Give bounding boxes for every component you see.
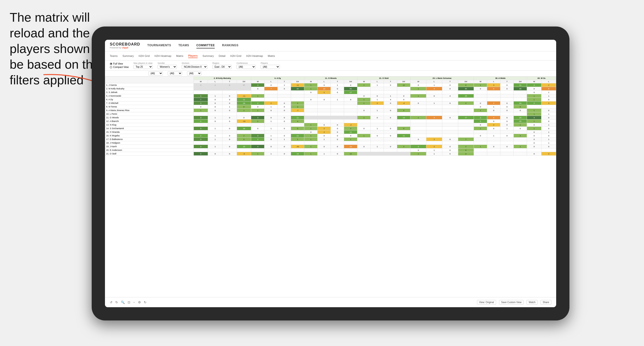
player-name-8: 10. L Perini bbox=[105, 112, 194, 116]
cell-r15-c4-0: 0 bbox=[410, 138, 426, 141]
cell-r13-c5-1 bbox=[487, 130, 500, 134]
cell-r15-c0-0: 3 bbox=[194, 138, 208, 141]
cell-r1-c0-2 bbox=[222, 87, 237, 91]
cell-r10-c2-2 bbox=[331, 120, 344, 123]
cell-r7-c4-0 bbox=[410, 109, 426, 112]
cell-r17-c1-2: 0 bbox=[278, 145, 291, 149]
matrix-area[interactable]: 2. M Kelly Mulcahy 6. A Dy 11. G Woods 2… bbox=[105, 76, 556, 297]
refresh-icon[interactable]: ↻ bbox=[144, 301, 146, 304]
full-view-option[interactable]: Full View bbox=[110, 62, 128, 65]
share-btn[interactable]: Share bbox=[540, 300, 551, 305]
cell-r14-c4-3 bbox=[458, 134, 474, 138]
cell-r16-c0-2 bbox=[222, 141, 237, 145]
cell-r4-c5-2 bbox=[500, 98, 514, 101]
redo-icon[interactable]: ↻ bbox=[115, 301, 118, 304]
players-select[interactable]: (All) bbox=[260, 65, 280, 69]
logo-scoreboard: SCOREBOARD bbox=[110, 42, 140, 46]
sub-nav-summary2[interactable]: Summary bbox=[202, 54, 214, 58]
cell-r7-c3-0: 0 bbox=[357, 109, 370, 112]
cell-r13-c0-2 bbox=[222, 130, 237, 134]
sub-nav-matrix1[interactable]: Matrix bbox=[176, 54, 184, 58]
cell-r6-c4-0 bbox=[410, 105, 426, 109]
compact-view-radio[interactable] bbox=[110, 66, 112, 68]
sub-nav-players[interactable]: Players bbox=[188, 54, 198, 58]
cell-r16-c0-3 bbox=[237, 141, 251, 145]
zoom-icon[interactable]: 🔍 bbox=[121, 301, 125, 304]
cell-r11-c4-3 bbox=[458, 123, 474, 127]
conference-select[interactable]: (All) bbox=[236, 65, 256, 69]
cell-r8-c2-2 bbox=[331, 112, 344, 116]
cell-r2-c1-0 bbox=[251, 91, 264, 94]
cell-r9-c6-1: 0 bbox=[542, 116, 556, 120]
nav-tournaments[interactable]: TOURNAMENTS bbox=[148, 43, 171, 48]
cell-r1-c4-3: 45 bbox=[458, 87, 474, 91]
full-view-radio[interactable] bbox=[110, 63, 112, 65]
save-custom-btn[interactable]: Save Custom View bbox=[499, 300, 524, 305]
cell-r13-c6-0: 0 bbox=[527, 130, 542, 134]
cell-r19-c4-0: 1 bbox=[410, 152, 426, 156]
cell-r9-c0-0: 3 bbox=[194, 116, 208, 120]
cell-r2-c3-0 bbox=[357, 91, 370, 94]
minus-icon[interactable]: − bbox=[133, 301, 135, 304]
col-header-6: 38. A Webb bbox=[474, 77, 527, 80]
all-select-3[interactable]: (All) bbox=[187, 71, 202, 75]
cell-r3-c2-3 bbox=[344, 94, 357, 98]
cell-r9-c4-0: 1 bbox=[410, 116, 426, 120]
cell-r19-c6-0: 0 bbox=[527, 152, 542, 156]
cell-r15-c5-1 bbox=[487, 138, 500, 141]
compact-view-option[interactable]: Compact View bbox=[110, 66, 128, 68]
cell-r1-c2-2: 0 bbox=[331, 87, 344, 91]
player-name-12: 14. S Srichantamit bbox=[105, 127, 194, 130]
cell-r1-c4-1: 4 bbox=[426, 87, 442, 91]
cell-r7-c5-1: 0 bbox=[487, 109, 500, 112]
sub-nav-h2h-heatmap1[interactable]: H2H Heatmap bbox=[154, 54, 171, 58]
cell-r12-c5-0: 1 bbox=[474, 127, 487, 130]
cell-r17-c5-1: 0 bbox=[487, 145, 500, 149]
sub-nav-teams[interactable]: Teams bbox=[110, 54, 118, 58]
cell-r14-c4-2 bbox=[442, 134, 458, 138]
cell-r18-c3-0 bbox=[357, 149, 370, 152]
cell-r4-c0-1: 0 bbox=[208, 98, 222, 101]
sub-nav-summary1[interactable]: Summary bbox=[122, 54, 134, 58]
max-players-select[interactable]: Top 25 Top 10 Top 50 bbox=[134, 65, 153, 69]
settings-icon[interactable]: ⚙ bbox=[138, 301, 141, 304]
all-select-2[interactable]: (All) bbox=[168, 71, 182, 75]
sub-nav-detail[interactable]: Detail bbox=[218, 54, 225, 58]
cell-r7-c3-3: 2 bbox=[397, 109, 410, 112]
cell-r14-c3-0: 1 bbox=[357, 134, 370, 138]
cell-r10-c1-3: 4 bbox=[291, 120, 304, 123]
player-name-18: 20. E Andersson bbox=[105, 149, 194, 152]
cell-r19-c4-3: 9 bbox=[458, 152, 474, 156]
watch-btn[interactable]: Watch bbox=[526, 300, 538, 305]
cell-r9-c3-3: 14 bbox=[397, 116, 410, 120]
all-select-1[interactable]: (All) bbox=[148, 71, 163, 75]
cell-r3-c0-3: -11 bbox=[237, 94, 251, 98]
cell-r14-c3-2: 0 bbox=[384, 134, 397, 138]
sub-nav-h2h-grid1[interactable]: H2H Grid bbox=[138, 54, 150, 58]
region-select[interactable]: East - DII West - DII South - DII bbox=[212, 65, 232, 69]
view-original-btn[interactable]: View: Original bbox=[477, 300, 496, 305]
cell-r15-c4-3: 7 bbox=[458, 138, 474, 141]
cell-r15-c1-0: 2 bbox=[251, 138, 264, 141]
gender-select[interactable]: Women's Men's bbox=[158, 65, 177, 69]
full-view-label: Full View bbox=[113, 62, 123, 65]
nav-rankings[interactable]: RANKINGS bbox=[222, 43, 238, 48]
cell-r14-c1-1: 1 bbox=[264, 134, 278, 138]
division-select[interactable]: NCAA Division II NCAA Division I NCAA Di… bbox=[182, 65, 208, 69]
cell-r18-c3-3 bbox=[397, 149, 410, 152]
cell-r0-c3-0: 1 bbox=[357, 83, 370, 87]
fit-icon[interactable]: ⊡ bbox=[128, 301, 130, 304]
cell-r13-c3-2 bbox=[384, 130, 397, 134]
sub-nav-h2h-grid2[interactable]: H2H Grid bbox=[230, 54, 241, 58]
undo-icon[interactable]: ↺ bbox=[110, 301, 112, 304]
cell-r18-c1-2 bbox=[278, 149, 291, 152]
nav-teams[interactable]: TEAMS bbox=[178, 43, 189, 48]
cell-r10-c5-0: 2 bbox=[474, 120, 487, 123]
sub-nav-matrix2[interactable]: Matrix bbox=[268, 54, 275, 58]
sub-nav-h2h-heatmap2[interactable]: H2H Heatmap bbox=[246, 54, 263, 58]
cell-r2-c4-3 bbox=[458, 91, 474, 94]
cell-r0-c2-0: 1 bbox=[304, 83, 318, 87]
player-name-13: 15. H Stranda bbox=[105, 130, 194, 134]
nav-committee[interactable]: COMMITTEE bbox=[196, 43, 215, 48]
cell-r13-c2-0: 0 bbox=[304, 130, 318, 134]
